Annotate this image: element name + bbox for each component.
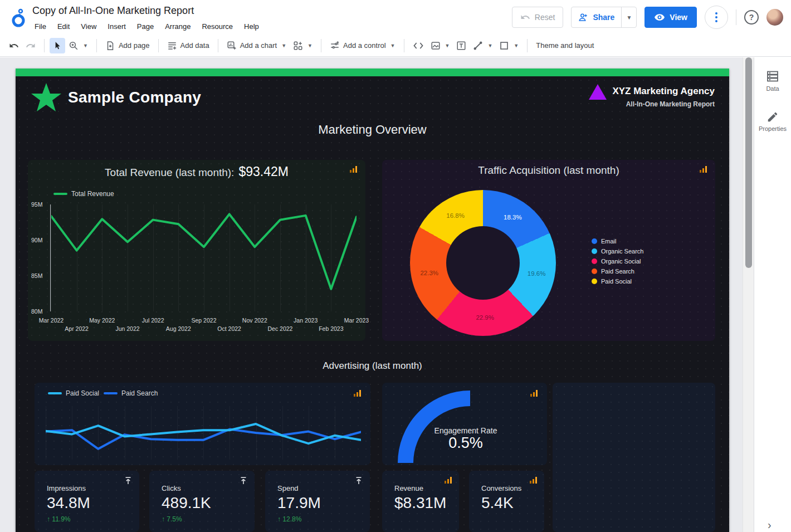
properties-panel-button[interactable]: Properties: [754, 111, 791, 132]
share-button[interactable]: Share: [572, 7, 621, 27]
legend-item-paid-search[interactable]: Paid Search: [592, 268, 643, 275]
x-axis-tick: Mar 2022: [34, 317, 69, 324]
cursor-icon: [53, 41, 62, 50]
chart-type-icon[interactable]: [530, 476, 538, 484]
add-control-icon: [330, 41, 340, 51]
user-avatar[interactable]: [766, 9, 783, 26]
add-data-icon: [167, 41, 177, 51]
x-axis-tick: Nov 2022: [237, 317, 272, 324]
chart-type-icon[interactable]: [350, 165, 358, 173]
x-axis-tick: Sep 2022: [187, 317, 221, 324]
traffic-acquisition-chart-tile[interactable]: Traffic Acquisition (last month) 18.3%19…: [382, 160, 715, 341]
chart-type-icon[interactable]: [354, 389, 362, 397]
menu-insert[interactable]: Insert: [102, 21, 131, 32]
more-options-button[interactable]: [705, 6, 728, 29]
revenue-headline-value: $93.42M: [238, 164, 289, 179]
person-add-icon: [578, 12, 588, 22]
revenue-legend: Total Revenue: [53, 190, 114, 198]
eye-icon: [654, 12, 665, 23]
scorecard-delta: ↑ 12.8%: [277, 515, 301, 523]
looker-studio-app: Copy of All-In-One Marketing Report File…: [0, 0, 791, 532]
traffic-chart-title: Traffic Acquisition (last month): [382, 164, 715, 177]
data-panel-icon: [766, 70, 779, 83]
expand-panel-chevron[interactable]: ›: [768, 519, 772, 531]
theme-and-layout-button[interactable]: Theme and layout: [533, 39, 597, 52]
agency-triangle-logo: [589, 84, 607, 100]
looker-studio-logo: [11, 8, 27, 28]
add-data-button[interactable]: Add data: [164, 38, 213, 53]
scorecard-value: 489.1K: [162, 494, 211, 512]
x-axis-tick: Apr 2022: [60, 325, 94, 332]
x-axis-tick: Jul 2022: [136, 317, 170, 324]
add-page-button[interactable]: Add page: [102, 38, 153, 53]
scorecard-clicks[interactable]: Clicks 489.1K ↑ 7.5%: [149, 471, 255, 532]
shape-icon: [499, 41, 509, 51]
menu-edit[interactable]: Edit: [52, 21, 75, 32]
scorecard-label: Clicks: [162, 484, 181, 492]
gauge-arc: [382, 383, 547, 465]
advertising-line-chart-tile[interactable]: Paid Social Paid Search: [35, 383, 370, 465]
header-divider: [736, 9, 736, 25]
legend-item-email[interactable]: Email: [592, 238, 643, 245]
report-canvas[interactable]: Sample Company XYZ Marketing Agency All-…: [16, 69, 729, 532]
engagement-gauge-tile[interactable]: Engagement Rate 0.5%: [382, 383, 547, 465]
empty-tile[interactable]: [553, 383, 715, 532]
agency-name[interactable]: XYZ Marketing Agency: [612, 86, 715, 97]
zoom-tool-button[interactable]: ▼: [65, 38, 91, 53]
optional-metric-arrow-icon[interactable]: [239, 476, 248, 485]
menu-bar: File Edit View Insert Page Arrange Resou…: [29, 21, 265, 32]
scorecard-spend[interactable]: Spend 17.9M ↑ 12.8%: [265, 471, 370, 532]
gauge-value: 0.5%: [421, 435, 510, 452]
page-title[interactable]: Marketing Overview: [16, 123, 729, 137]
optional-metric-arrow-icon[interactable]: [354, 476, 363, 485]
embed-url-button[interactable]: [409, 39, 427, 52]
total-revenue-chart-tile[interactable]: Total Revenue (last month):$93.42M Total…: [28, 160, 365, 341]
scorecard-revenue[interactable]: Revenue $8.31M: [382, 471, 459, 532]
legend-item-organic-search[interactable]: Organic Search: [592, 248, 643, 255]
line-tool-button[interactable]: ▼: [470, 38, 496, 53]
adv-legend-paid-search: Paid Search: [104, 389, 158, 397]
y-axis-tick: 80M: [31, 308, 49, 315]
view-button[interactable]: View: [644, 7, 697, 28]
edit-toolbar: ▼ Add page Add data Add a chart ▼ ▼ Add …: [0, 35, 791, 57]
insert-image-button[interactable]: ▼: [427, 38, 453, 53]
help-icon[interactable]: ?: [744, 10, 759, 25]
x-axis-tick: Jan 2023: [289, 317, 323, 324]
reset-button[interactable]: Reset: [512, 7, 564, 28]
scorecard-value: 5.4K: [481, 494, 514, 512]
company-name[interactable]: Sample Company: [68, 89, 201, 106]
scorecard-impressions[interactable]: Impressions 34.8M ↑ 11.9%: [35, 471, 139, 532]
scorecard-conversions[interactable]: Conversions 5.4K: [469, 471, 544, 532]
share-dropdown-caret[interactable]: ▼: [621, 7, 636, 27]
optional-metric-arrow-icon[interactable]: [124, 476, 133, 485]
app-header: Copy of All-In-One Marketing Report File…: [0, 0, 791, 35]
community-visualizations-button[interactable]: ▼: [290, 38, 316, 53]
undo-button[interactable]: [6, 38, 22, 53]
advertising-section-title[interactable]: Advertising (last month): [16, 360, 729, 372]
text-box-button[interactable]: [453, 38, 470, 53]
legend-item-paid-social[interactable]: Paid Social: [592, 278, 643, 285]
scrollbar-thumb[interactable]: [745, 57, 752, 268]
shape-tool-button[interactable]: ▼: [496, 38, 522, 53]
right-side-panel: Data Properties ›: [754, 57, 791, 532]
scorecard-label: Revenue: [394, 484, 423, 492]
canvas-scrollbar[interactable]: [743, 57, 754, 532]
menu-resource[interactable]: Resource: [196, 21, 238, 32]
redo-button[interactable]: [22, 38, 39, 53]
data-panel-button[interactable]: Data: [754, 70, 791, 92]
add-control-button[interactable]: Add a control ▼: [326, 38, 399, 53]
menu-page[interactable]: Page: [131, 21, 159, 32]
menu-view[interactable]: View: [75, 21, 102, 32]
chart-type-icon[interactable]: [700, 165, 707, 173]
company-star-logo: [30, 82, 62, 114]
select-tool-button[interactable]: [50, 38, 65, 53]
add-chart-button[interactable]: Add a chart ▼: [223, 38, 290, 53]
menu-help[interactable]: Help: [238, 21, 265, 32]
menu-file[interactable]: File: [29, 21, 52, 32]
chart-type-icon[interactable]: [445, 476, 452, 484]
menu-arrange[interactable]: Arrange: [159, 21, 196, 32]
report-title[interactable]: Copy of All-In-One Marketing Report: [32, 5, 194, 17]
x-axis-tick: Aug 2022: [161, 325, 196, 332]
legend-item-organic-social[interactable]: Organic Social: [592, 258, 643, 265]
x-axis-tick: Mar 2023: [339, 317, 374, 324]
